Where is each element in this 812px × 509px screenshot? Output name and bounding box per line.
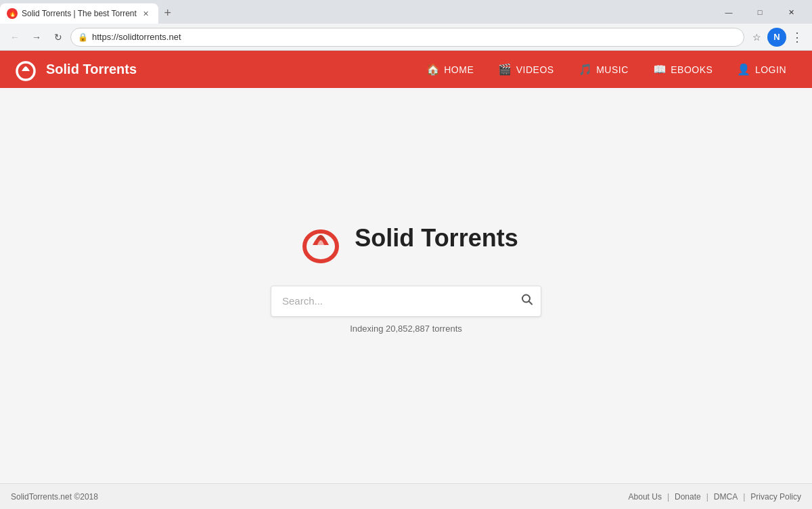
login-icon: 👤 <box>737 63 751 76</box>
search-icon <box>521 293 533 305</box>
footer-sep-2: | <box>706 492 708 502</box>
new-tab-button[interactable]: + <box>158 3 177 22</box>
nav-login-label: LOGIN <box>755 64 786 75</box>
close-button[interactable]: ✕ <box>775 3 807 21</box>
browser-titlebar: 🔥 Solid Torrents | The best Torrent ✕ + … <box>0 0 812 24</box>
center-logo-icon <box>294 211 348 265</box>
site-nav: 🏠 HOME 🎬 VIDEOS 🎵 MUSIC 📖 EBOOKS 👤 <box>414 51 798 88</box>
reload-button[interactable]: ↻ <box>49 28 68 47</box>
nav-music[interactable]: 🎵 MUSIC <box>566 51 641 88</box>
indexing-text: Indexing 20,852,887 torrents <box>350 324 462 334</box>
maximize-button[interactable]: □ <box>744 3 775 21</box>
bookmark-button[interactable]: ☆ <box>747 28 766 47</box>
page-content: Solid Torrents 🏠 HOME 🎬 VIDEOS 🎵 MUSIC 📖 <box>0 51 812 509</box>
nav-ebooks[interactable]: 📖 EBOOKS <box>641 51 725 88</box>
back-button[interactable]: ← <box>5 28 24 47</box>
address-bar[interactable]: 🔒 https://solidtorrents.net <box>70 28 744 47</box>
music-icon: 🎵 <box>579 63 593 76</box>
browser-toolbar: ← → ↻ 🔒 https://solidtorrents.net ☆ N ⋮ <box>0 24 812 51</box>
center-logo-text: Solid Torrents <box>355 224 518 252</box>
footer-donate-link[interactable]: Donate <box>675 492 701 502</box>
footer-sep-1: | <box>667 492 669 502</box>
nav-videos[interactable]: 🎬 VIDEOS <box>486 51 566 88</box>
site-name: Solid Torrents <box>46 62 137 77</box>
video-icon: 🎬 <box>498 63 512 76</box>
footer-links: About Us | Donate | DMCA | Privacy Polic… <box>629 492 801 502</box>
nav-music-label: MUSIC <box>596 64 629 75</box>
ebooks-icon: 📖 <box>653 63 667 76</box>
forward-button[interactable]: → <box>27 28 46 47</box>
window-controls: — □ ✕ <box>713 3 812 24</box>
search-button[interactable] <box>521 293 533 309</box>
nav-login[interactable]: 👤 LOGIN <box>725 51 798 88</box>
home-icon: 🏠 <box>426 63 441 76</box>
logo-icon <box>14 58 38 82</box>
center-logo: Solid Torrents <box>294 211 518 265</box>
footer-privacy-link[interactable]: Privacy Policy <box>750 492 801 502</box>
nav-home-label: HOME <box>444 64 474 75</box>
menu-button[interactable]: ⋮ <box>788 28 807 47</box>
tab-title: Solid Torrents | The best Torrent <box>22 9 137 18</box>
footer-about-link[interactable]: About Us <box>629 492 662 502</box>
nav-ebooks-label: EBOOKS <box>671 64 713 75</box>
nav-videos-label: VIDEOS <box>516 64 554 75</box>
main-content: Solid Torrents Indexing 20,852,887 torre… <box>0 88 812 483</box>
tab-favicon-icon: 🔥 <box>7 8 18 19</box>
footer-copyright: SolidTorrents.net ©2018 <box>11 492 98 502</box>
nav-home[interactable]: 🏠 HOME <box>414 51 487 88</box>
search-input[interactable] <box>271 286 541 317</box>
lock-icon: 🔒 <box>78 32 88 42</box>
site-logo: Solid Torrents <box>14 58 414 82</box>
tab-close-button[interactable]: ✕ <box>141 8 152 19</box>
svg-line-3 <box>529 301 533 305</box>
url-text: https://solidtorrents.net <box>92 32 737 42</box>
site-header: Solid Torrents 🏠 HOME 🎬 VIDEOS 🎵 MUSIC 📖 <box>0 51 812 88</box>
footer-sep-3: | <box>743 492 745 502</box>
site-footer: SolidTorrents.net ©2018 About Us | Donat… <box>0 483 812 509</box>
profile-button[interactable]: N <box>767 28 786 47</box>
browser-frame: 🔥 Solid Torrents | The best Torrent ✕ + … <box>0 0 812 509</box>
search-container <box>271 286 541 317</box>
footer-dmca-link[interactable]: DMCA <box>714 492 738 502</box>
toolbar-actions: ☆ N ⋮ <box>747 28 807 47</box>
browser-tab[interactable]: 🔥 Solid Torrents | The best Torrent ✕ <box>0 3 158 24</box>
minimize-button[interactable]: — <box>713 3 744 21</box>
